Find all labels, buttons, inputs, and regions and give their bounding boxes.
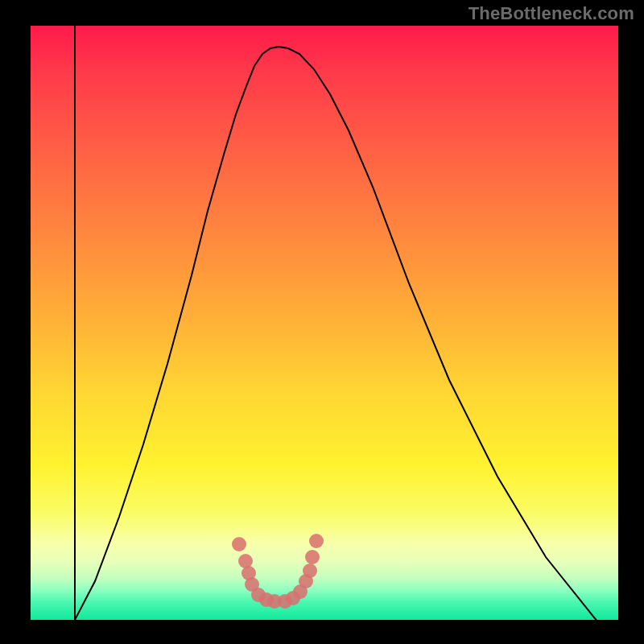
highlight-dot xyxy=(305,550,320,564)
watermark-text: TheBottleneck.com xyxy=(469,3,634,24)
highlight-dot xyxy=(303,564,317,578)
chart-frame: TheBottleneck.com xyxy=(0,0,644,644)
highlight-dot xyxy=(309,534,324,548)
chart-svg xyxy=(31,26,618,620)
highlight-dot xyxy=(232,537,246,551)
highlight-dot-group xyxy=(232,534,324,609)
bottleneck-curve xyxy=(75,26,618,620)
plot-area xyxy=(31,26,618,620)
